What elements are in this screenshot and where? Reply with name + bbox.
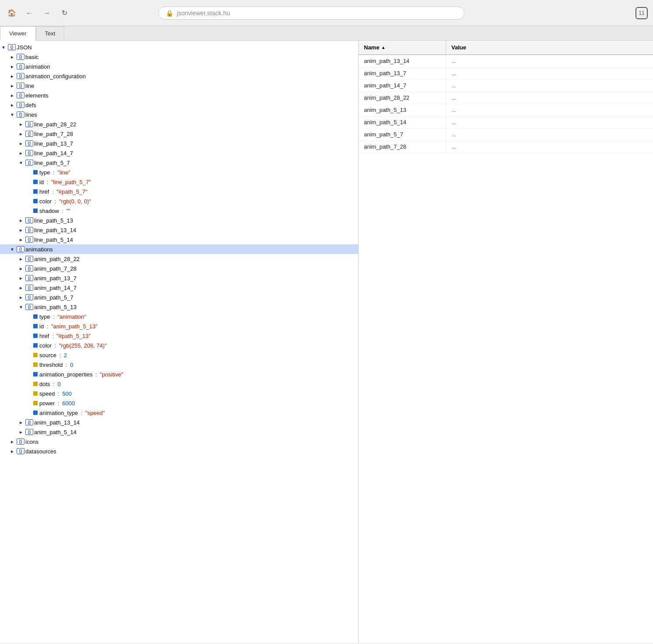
expand-icon[interactable]: ► xyxy=(17,275,24,282)
tree-item-anim_path_13_14[interactable]: ►{}anim_path_13_14 xyxy=(0,418,358,427)
tree-item-anim_path_28_22[interactable]: ►{}anim_path_28_22 xyxy=(0,254,358,264)
tree-item-lines[interactable]: ▼{}lines xyxy=(0,110,358,119)
tree-item-animation[interactable]: ►{}animation xyxy=(0,62,358,71)
tree-item-id_line[interactable]: id : "line_path_5_7" xyxy=(0,177,358,187)
expand-icon[interactable]: ► xyxy=(17,419,24,426)
property-icon xyxy=(33,324,38,328)
tree-item-id_anim[interactable]: id : "anim_path_5_13" xyxy=(0,321,358,331)
table-row[interactable]: anim_path_7_28 ... xyxy=(359,141,653,153)
tree-item-type_line[interactable]: type : "line" xyxy=(0,167,358,177)
expand-icon[interactable]: ► xyxy=(9,448,16,455)
tree-item-href_line[interactable]: href : "#path_5_7" xyxy=(0,187,358,196)
expand-icon[interactable]: ► xyxy=(17,217,24,224)
tree-item-line_path_5_14[interactable]: ►{}line_path_5_14 xyxy=(0,235,358,244)
expand-icon[interactable]: ▼ xyxy=(9,111,16,118)
tree-item-line_path_14_7[interactable]: ►{}line_path_14_7 xyxy=(0,148,358,158)
table-row[interactable]: anim_path_5_13 ... xyxy=(359,104,653,116)
tree-item-line_path_13_14[interactable]: ►{}line_path_13_14 xyxy=(0,225,358,235)
table-row[interactable]: anim_path_5_14 ... xyxy=(359,116,653,129)
tree-item-anim_path_7_28[interactable]: ►{}anim_path_7_28 xyxy=(0,264,358,273)
table-row[interactable]: anim_path_13_14 ... xyxy=(359,55,653,67)
property-value: "line" xyxy=(57,169,70,176)
tree-item-anim_path_13_7[interactable]: ►{}anim_path_13_7 xyxy=(0,273,358,283)
col-name-header[interactable]: Name ▲ xyxy=(359,41,446,54)
tree-item-href_anim[interactable]: href : "#path_5_13" xyxy=(0,331,358,341)
tab-count[interactable]: 11 xyxy=(636,7,648,19)
expand-icon[interactable]: ► xyxy=(9,73,16,80)
tree-item-shadow_line[interactable]: shadow : "" xyxy=(0,206,358,216)
tree-item-speed_anim[interactable]: speed : 500 xyxy=(0,389,358,398)
expand-icon[interactable]: ▼ xyxy=(0,44,7,51)
tree-label: basic xyxy=(25,54,38,60)
reload-button[interactable]: ↻ xyxy=(58,7,71,20)
tree-panel[interactable]: ▼{}JSON►{}basic►{}animation►{}animation_… xyxy=(0,41,359,643)
tree-item-line_path_28_22[interactable]: ►{}line_path_28_22 xyxy=(0,119,358,129)
expand-icon[interactable]: ▼ xyxy=(9,246,16,253)
tree-item-animation_properties_anim[interactable]: animation_properties : "positive" xyxy=(0,369,358,379)
expand-icon[interactable]: ► xyxy=(17,428,24,435)
lock-icon: 🔒 xyxy=(166,10,173,17)
expand-icon[interactable]: ► xyxy=(17,150,24,157)
table-row[interactable]: anim_path_28_22 ... xyxy=(359,92,653,104)
object-icon: {} xyxy=(25,419,33,425)
expand-icon[interactable]: ► xyxy=(17,255,24,262)
tree-item-line_path_5_7[interactable]: ▼{}line_path_5_7 xyxy=(0,158,358,167)
expand-icon[interactable]: ► xyxy=(17,265,24,272)
tree-item-anim_path_5_7[interactable]: ►{}anim_path_5_7 xyxy=(0,292,358,302)
expand-icon[interactable]: ► xyxy=(17,130,24,137)
expand-icon[interactable]: ► xyxy=(17,284,24,291)
tree-item-elements[interactable]: ►{}elements xyxy=(0,91,358,100)
tree-item-line[interactable]: ►{}line xyxy=(0,81,358,91)
expand-icon[interactable]: ► xyxy=(17,226,24,233)
tree-item-icons[interactable]: ►{}icons xyxy=(0,437,358,446)
expand-icon[interactable]: ► xyxy=(9,82,16,89)
expand-icon[interactable]: ▼ xyxy=(17,159,24,166)
tree-item-source_anim[interactable]: source : 2 xyxy=(0,350,358,360)
back-button[interactable]: ← xyxy=(23,7,36,20)
tree-item-type_anim[interactable]: type : "animation" xyxy=(0,312,358,321)
tree-item-color_anim[interactable]: color : "rgb(255, 206, 74)" xyxy=(0,341,358,350)
tree-item-threshold_anim[interactable]: threshold : 0 xyxy=(0,360,358,369)
home-button[interactable]: 🏠 xyxy=(5,7,18,20)
tree-item-dots_anim[interactable]: dots : 0 xyxy=(0,379,358,389)
forward-button[interactable]: → xyxy=(40,7,53,20)
tab-viewer[interactable]: Viewer xyxy=(0,26,36,41)
tree-label: anim_path_14_7 xyxy=(34,285,77,291)
expand-icon[interactable]: ► xyxy=(17,140,24,147)
separator: : xyxy=(53,198,58,205)
expand-icon[interactable]: ► xyxy=(17,121,24,128)
expand-icon[interactable]: ► xyxy=(17,236,24,243)
expand-icon[interactable]: ► xyxy=(9,101,16,108)
tree-item-animation_configuration[interactable]: ►{}animation_configuration xyxy=(0,71,358,81)
table-row[interactable]: anim_path_14_7 ... xyxy=(359,80,653,92)
tree-item-power_anim[interactable]: power : 6000 xyxy=(0,398,358,408)
address-bar[interactable]: 🔒 jsonviewer.stack.hu xyxy=(158,7,464,20)
object-icon: {} xyxy=(17,111,24,118)
expand-icon[interactable]: ► xyxy=(17,294,24,301)
col-value-header[interactable]: Value xyxy=(446,41,471,54)
tree-label: anim_path_7_28 xyxy=(34,265,77,272)
expand-icon[interactable]: ► xyxy=(9,63,16,70)
tree-item-json[interactable]: ▼{}JSON xyxy=(0,42,358,52)
tab-text[interactable]: Text xyxy=(36,26,65,40)
tree-item-defs[interactable]: ►{}defs xyxy=(0,100,358,110)
tree-item-anim_path_5_13[interactable]: ▼{}anim_path_5_13 xyxy=(0,302,358,312)
expand-icon[interactable]: ▼ xyxy=(17,303,24,310)
object-icon: {} xyxy=(17,246,24,252)
tree-item-anim_path_14_7[interactable]: ►{}anim_path_14_7 xyxy=(0,283,358,292)
tree-item-animation_type_anim[interactable]: animation_type : "speed" xyxy=(0,408,358,418)
tree-item-animations[interactable]: ▼{}animations xyxy=(0,244,358,254)
tree-item-color_line[interactable]: color : "rgb(0, 0, 0)" xyxy=(0,196,358,206)
expand-icon[interactable]: ► xyxy=(9,53,16,60)
expand-icon[interactable]: ► xyxy=(9,92,16,99)
table-row[interactable]: anim_path_5_7 ... xyxy=(359,129,653,141)
table-row[interactable]: anim_path_13_7 ... xyxy=(359,67,653,80)
row-name: anim_path_13_7 xyxy=(359,67,446,79)
tree-item-line_path_5_13[interactable]: ►{}line_path_5_13 xyxy=(0,216,358,225)
tree-item-anim_path_5_14[interactable]: ►{}anim_path_5_14 xyxy=(0,427,358,437)
tree-item-basic[interactable]: ►{}basic xyxy=(0,52,358,62)
tree-item-line_path_7_28[interactable]: ►{}line_path_7_28 xyxy=(0,129,358,139)
tree-item-datasources[interactable]: ►{}datasources xyxy=(0,446,358,456)
expand-icon[interactable]: ► xyxy=(9,438,16,445)
tree-item-line_path_13_7[interactable]: ►{}line_path_13_7 xyxy=(0,139,358,148)
